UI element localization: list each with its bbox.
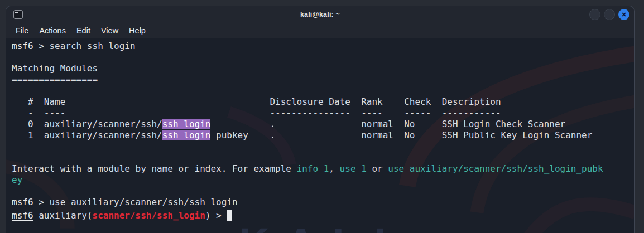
close-button[interactable]: ✕ bbox=[618, 9, 629, 20]
menu-item-actions[interactable]: Actions bbox=[39, 26, 66, 35]
terminal-text: > use auxiliary/scanner/ssh/ssh_login bbox=[33, 197, 238, 207]
menubar: File Actions Edit View Help bbox=[6, 23, 634, 38]
menu-item-view[interactable]: View bbox=[101, 26, 118, 35]
terminal-text: # Name Disclosure Date Rank Check Descri… bbox=[12, 96, 501, 107]
minimize-button[interactable] bbox=[589, 9, 600, 20]
terminal-text: 0 auxiliary/scanner/ssh/ bbox=[12, 119, 162, 129]
terminal-line bbox=[12, 141, 634, 152]
menu-item-help[interactable]: Help bbox=[129, 26, 146, 35]
terminal-text: msf6 bbox=[12, 197, 33, 207]
terminal-line: Interact with a module by name or index.… bbox=[12, 163, 634, 174]
terminal-text: ssh_login bbox=[162, 130, 211, 140]
terminal-text: use 1 bbox=[340, 163, 367, 174]
maximize-button[interactable] bbox=[604, 9, 615, 20]
terminal-screen[interactable]: KALI msf6 > search ssh_loginMatching Mod… bbox=[6, 38, 634, 233]
terminal-text: ssh_login bbox=[162, 119, 211, 129]
terminal-text: Matching Modules bbox=[12, 63, 98, 74]
terminal-text: _pubkey bbox=[210, 130, 248, 140]
terminal-text: , bbox=[329, 163, 339, 174]
terminal-text: msf6 bbox=[12, 210, 33, 221]
terminal-text: > search ssh_login bbox=[33, 41, 136, 51]
menu-item-file[interactable]: File bbox=[16, 26, 28, 35]
terminal-line bbox=[12, 52, 634, 63]
terminal-line: # Name Disclosure Date Rank Check Descri… bbox=[12, 96, 634, 108]
terminal-line: Matching Modules bbox=[12, 63, 634, 74]
terminal-line bbox=[12, 186, 634, 197]
terminal-text: ey bbox=[12, 174, 22, 185]
terminal-icon bbox=[13, 10, 23, 19]
desktop: { "desktop": { "brand_text": "KALI" }, "… bbox=[0, 0, 644, 233]
terminal-text: 1 auxiliary/scanner/ssh/ bbox=[12, 130, 162, 140]
terminal-line: msf6 > use auxiliary/scanner/ssh/ssh_log… bbox=[12, 197, 634, 208]
terminal-text: msf6 bbox=[12, 41, 33, 51]
terminal-output: msf6 > search ssh_loginMatching Modules=… bbox=[12, 41, 634, 219]
terminal-line: msf6 > search ssh_login bbox=[12, 41, 634, 52]
terminal-text: info 1 bbox=[297, 163, 329, 174]
terminal-text: or bbox=[367, 163, 388, 174]
terminal-window: kali@kali: ~ ✕ File Actions Edit View He… bbox=[6, 6, 635, 233]
terminal-line: - ---- --------------- ---- ----- ------… bbox=[12, 108, 634, 119]
terminal-line bbox=[12, 152, 634, 163]
terminal-text: auxiliary( bbox=[33, 210, 93, 221]
terminal-cursor bbox=[227, 210, 232, 221]
terminal-line: ey bbox=[12, 174, 634, 186]
terminal-line: ================ bbox=[12, 74, 634, 85]
terminal-text: scanner/ssh/ssh_login bbox=[93, 210, 205, 221]
titlebar[interactable]: kali@kali: ~ ✕ bbox=[6, 6, 634, 23]
terminal-line: 1 auxiliary/scanner/ssh/ssh_login_pubkey… bbox=[12, 130, 634, 141]
close-icon: ✕ bbox=[621, 11, 626, 18]
terminal-line: 0 auxiliary/scanner/ssh/ssh_login . norm… bbox=[12, 119, 634, 130]
terminal-text: . normal No SSH Public Key Login Scanner bbox=[248, 130, 593, 140]
window-title: kali@kali: ~ bbox=[6, 11, 634, 18]
terminal-text: - ---- --------------- ---- ----- ------… bbox=[12, 108, 501, 118]
terminal-line: msf6 auxiliary(scanner/ssh/ssh_login) > bbox=[12, 208, 634, 219]
window-controls: ✕ bbox=[589, 9, 629, 20]
terminal-text: ) > bbox=[205, 210, 227, 221]
terminal-text: use auxiliary/scanner/ssh/ssh_login_pubk bbox=[388, 163, 603, 174]
terminal-line bbox=[12, 85, 634, 96]
terminal-text: . normal No SSH Login Check Scanner bbox=[210, 119, 565, 129]
terminal-text: ================ bbox=[12, 74, 98, 85]
kali-wallpaper-text: KALI bbox=[239, 219, 403, 233]
menu-item-edit[interactable]: Edit bbox=[76, 26, 90, 35]
terminal-text: Interact with a module by name or index.… bbox=[12, 163, 297, 174]
